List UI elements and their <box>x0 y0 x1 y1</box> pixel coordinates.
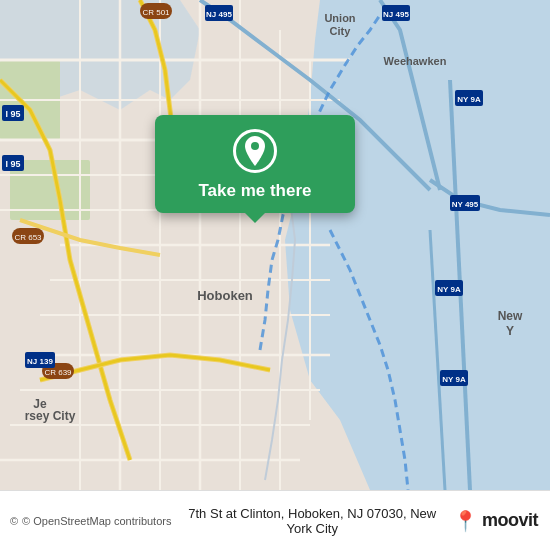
svg-text:rsey City: rsey City <box>25 409 76 423</box>
svg-text:CR 639: CR 639 <box>44 368 72 377</box>
bottom-bar: © © OpenStreetMap contributors 7th St at… <box>0 490 550 550</box>
map-popup[interactable]: Take me there <box>155 115 355 213</box>
svg-text:NY 9A: NY 9A <box>437 285 461 294</box>
svg-text:Union: Union <box>324 12 355 24</box>
map-container: I 95 I 95 NJ 495 NJ 495 NY 9A NY 9A NY 9… <box>0 0 550 490</box>
svg-text:Weehawken: Weehawken <box>384 55 447 67</box>
moovit-brand-text: moovit <box>482 510 538 531</box>
moovit-logo: 📍 moovit <box>453 509 538 533</box>
svg-text:NJ 495: NJ 495 <box>383 10 409 19</box>
svg-text:I 95: I 95 <box>5 159 20 169</box>
copyright-text: © OpenStreetMap contributors <box>22 515 171 527</box>
svg-text:NY 9A: NY 9A <box>442 375 466 384</box>
svg-text:Y: Y <box>506 324 514 338</box>
svg-text:I 95: I 95 <box>5 109 20 119</box>
svg-text:New: New <box>498 309 523 323</box>
copyright-icon: © <box>10 515 18 527</box>
svg-text:Hoboken: Hoboken <box>197 288 253 303</box>
svg-text:Je: Je <box>33 397 47 411</box>
svg-text:NJ 495: NJ 495 <box>206 10 232 19</box>
svg-text:CR 501: CR 501 <box>142 8 170 17</box>
svg-text:NY 495: NY 495 <box>452 200 479 209</box>
map-background: I 95 I 95 NJ 495 NJ 495 NY 9A NY 9A NY 9… <box>0 0 550 490</box>
svg-text:NY 9A: NY 9A <box>457 95 481 104</box>
copyright-section: © © OpenStreetMap contributors <box>10 515 171 527</box>
svg-text:CR 653: CR 653 <box>14 233 42 242</box>
moovit-pin-icon: 📍 <box>453 509 478 533</box>
popup-label: Take me there <box>198 181 311 201</box>
svg-text:City: City <box>330 25 352 37</box>
popup-icon-container <box>233 129 277 173</box>
address-text: 7th St at Clinton, Hoboken, NJ 07030, Ne… <box>177 506 447 536</box>
svg-point-58 <box>251 142 259 150</box>
svg-text:NJ 139: NJ 139 <box>27 357 53 366</box>
location-pin-icon <box>242 136 268 166</box>
